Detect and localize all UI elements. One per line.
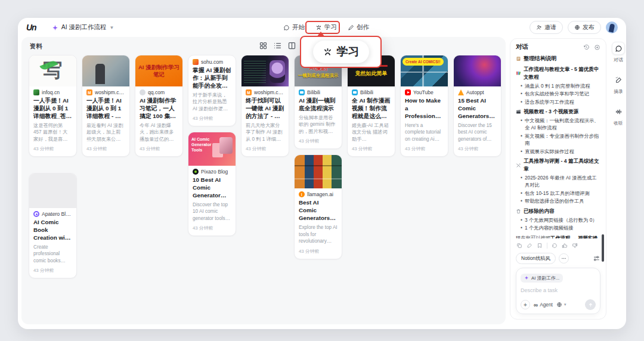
- tab-create[interactable]: 创作: [348, 23, 369, 32]
- style-row: Notion线稿风: [516, 253, 600, 264]
- style-pill[interactable]: Notion线稿风: [516, 253, 556, 264]
- card-thumbnail: [29, 173, 76, 208]
- resource-card-qq[interactable]: AI 漫剧制作学习笔记 qq.com AI 漫剧制作学习笔记，一人搞定 100 …: [135, 55, 183, 157]
- memo-icon: [516, 56, 521, 61]
- publish-button[interactable]: 发布: [568, 21, 601, 34]
- language-selector[interactable]: ▼: [556, 302, 567, 308]
- card-title: AI 漫剧一镜到底全流程演示: [299, 97, 338, 113]
- resource-card-woshipm2[interactable]: Mwoshipm.com 终于找到可以一键做 AI 漫剧的方法了 - 人人...…: [241, 55, 289, 157]
- card-description: Explore the top AI tools for revolutiona…: [299, 224, 338, 244]
- card-title: 10 Best AI Comic Generator To...: [193, 176, 231, 200]
- resource-card-woshipm1[interactable]: Mwoshipm.com 一人手搓！AI 漫剧从 0 到 1 详细教程 - 人人…: [82, 55, 130, 157]
- card-description: 对于新手来说，拉片分析是熟悉 AI 漫剧创作逻辑的最佳途径，...: [193, 92, 231, 112]
- resource-card-bili2[interactable]: 竟然如此简单 Bilibili 全 AI 制作漫画视频！制作流程就是这么简单！！…: [347, 55, 395, 157]
- annotation-callout: 学习: [300, 36, 382, 68]
- thumbs-down-icon[interactable]: [572, 243, 578, 249]
- card-title: Best AI Comic Generators for 2025: Top P…: [299, 199, 338, 222]
- more-options-button[interactable]: [559, 253, 569, 264]
- card-timestamp: 43 分钟前: [458, 145, 497, 152]
- resource-card-bili1[interactable]: AI漫剧一镜到底全流程演示 Bilibili AI 漫剧一镜到底全流程演示 分镜…: [294, 55, 342, 149]
- card-source: llamagen.ai: [307, 191, 333, 197]
- card-timestamp: 43 分钟前: [193, 225, 231, 231]
- card-source: sohu.com: [201, 59, 223, 65]
- card-description: 分镜脚本是用谷歌的 gemini 制作的，图片和视频都是用文镜画...: [299, 114, 338, 135]
- card-source: woshipm.com: [95, 89, 125, 95]
- chat-panel: 对话 整理结构说明 工作流程与教程文章 - 5 篇优质中文教程 •涵盖从 0 到…: [510, 38, 606, 320]
- card-title: 全 AI 制作漫画视频！制作流程就是这么简单！！: [352, 97, 391, 120]
- tab-learn[interactable]: 学习: [315, 23, 337, 32]
- project-name: AI 漫剧工作流程: [61, 23, 107, 32]
- thumbs-up-icon[interactable]: [562, 243, 568, 249]
- card-description: Here's a complete tutorial on creating A…: [405, 122, 444, 142]
- message-actions: [516, 238, 600, 252]
- card-source: Bilibili: [360, 89, 373, 95]
- tab-start[interactable]: 开始: [283, 23, 305, 32]
- qq-favicon: [140, 89, 145, 95]
- card-timestamp: 43 分钟前: [33, 145, 72, 152]
- rail-item-listen[interactable]: 收听: [612, 105, 625, 126]
- bilibili-favicon: [352, 89, 358, 95]
- list-view-icon[interactable]: [273, 41, 282, 50]
- chat-scrollbar[interactable]: [602, 234, 604, 262]
- send-button[interactable]: [585, 299, 596, 310]
- sohu-favicon: [193, 59, 199, 65]
- history-icon[interactable]: [583, 44, 590, 51]
- card-description: Create professional comic books using AI…: [33, 244, 72, 264]
- globe-icon: [574, 24, 580, 30]
- mode-tabs: 开始 学习 创作: [283, 18, 369, 37]
- new-chat-icon[interactable]: [594, 44, 600, 51]
- card-description: Discover the top 10 AI comic generator t…: [193, 202, 231, 222]
- resource-card-youtube[interactable]: Create AI COMICS!! YouTube How to Make a…: [400, 55, 448, 157]
- task-input-card[interactable]: AI 漫剧工作... Describe a task + ∞Agent ▼: [516, 268, 600, 314]
- app-logo: Un: [26, 23, 36, 32]
- highlight-icon[interactable]: [527, 243, 532, 249]
- chat-bubble-icon: [615, 45, 623, 52]
- refresh-icon[interactable]: [552, 243, 558, 249]
- project-spark-icon: [52, 24, 58, 31]
- card-source: infoq.cn: [42, 89, 60, 95]
- audio-bars-icon: [615, 108, 623, 116]
- resource-card-apatero[interactable]: Apatero Blo... AI Comic Book Creation wi…: [29, 173, 77, 278]
- agent-selector[interactable]: ∞Agent: [534, 302, 553, 308]
- task-input[interactable]: Describe a task: [521, 287, 596, 293]
- youtube-favicon: [405, 89, 411, 95]
- resource-card-autoppt[interactable]: Autoppt 15 Best AI Comic Generators in..…: [453, 55, 501, 157]
- resource-card-llamagen[interactable]: lllamagen.ai Best AI Comic Generators fo…: [294, 154, 342, 259]
- grid-view-icon[interactable]: [259, 41, 268, 50]
- columns-view-icon[interactable]: [287, 41, 296, 50]
- chat-message: 整理结构说明 工作流程与教程文章 - 5 篇优质中文教程 •涵盖从 0 到 1 …: [516, 54, 600, 238]
- annotation-callout-tail: [317, 32, 325, 37]
- card-source: Autoppt: [466, 89, 484, 95]
- card-thumbnail: 写: [29, 55, 76, 86]
- user-avatar[interactable]: [606, 21, 618, 33]
- card-title: How to Make a Professional Comic Book...: [405, 97, 444, 120]
- card-thumbnail: Create AI COMICS!!: [401, 55, 448, 86]
- copy-icon[interactable]: [516, 243, 522, 249]
- card-title: 一人手搓！AI 漫剧从 0 到 1 详细教程_苍何...: [33, 97, 72, 120]
- card-source: Pixazo Blog: [201, 169, 228, 175]
- context-tag[interactable]: AI 漫剧工作...: [521, 274, 563, 283]
- card-thumbnail: [454, 55, 501, 86]
- project-switcher[interactable]: AI 漫剧工作流程 ▼: [52, 23, 114, 32]
- llamagen-favicon: l: [299, 191, 305, 197]
- infoq-favicon: [33, 89, 39, 95]
- rail-item-excerpt[interactable]: 摘录: [612, 73, 625, 95]
- invite-button[interactable]: 邀请: [530, 21, 563, 34]
- rail-item-chat[interactable]: 对话: [612, 42, 625, 63]
- card-timestamp: 43 分钟前: [33, 267, 72, 274]
- resource-card-sohu[interactable]: sohu.com 掌握 AI 漫剧创作：从新手到能手的全攻略与... 对于新手来…: [188, 55, 236, 126]
- card-title: AI 漫剧制作学习笔记，一人搞定 100 集连续剧_...: [140, 97, 178, 120]
- bookmark-icon[interactable]: [537, 243, 543, 249]
- settings-sliders-icon[interactable]: [593, 255, 600, 262]
- resource-card-infoq[interactable]: 写 infoq.cn 一人手搓！AI 漫剧从 0 到 1 详细教程_苍何... …: [29, 55, 77, 157]
- card-source: qq.com: [148, 89, 165, 95]
- person-plus-icon: [536, 24, 542, 30]
- card-source: YouTube: [413, 89, 434, 95]
- resource-card-pixazo[interactable]: AI Comic Generator Tools Pixazo Blog 10 …: [188, 132, 236, 236]
- attach-button[interactable]: +: [521, 300, 530, 309]
- woshipm-favicon: M: [246, 89, 252, 95]
- pen-icon: [348, 24, 354, 31]
- card-title: 终于找到可以一键做 AI 漫剧的方法了 - 人人...: [246, 97, 284, 120]
- card-grid: 写 infoq.cn 一人手搓！AI 漫剧从 0 到 1 详细教程_苍何... …: [29, 55, 501, 278]
- card-thumbnail: AI 漫剧制作学习笔记: [135, 55, 182, 86]
